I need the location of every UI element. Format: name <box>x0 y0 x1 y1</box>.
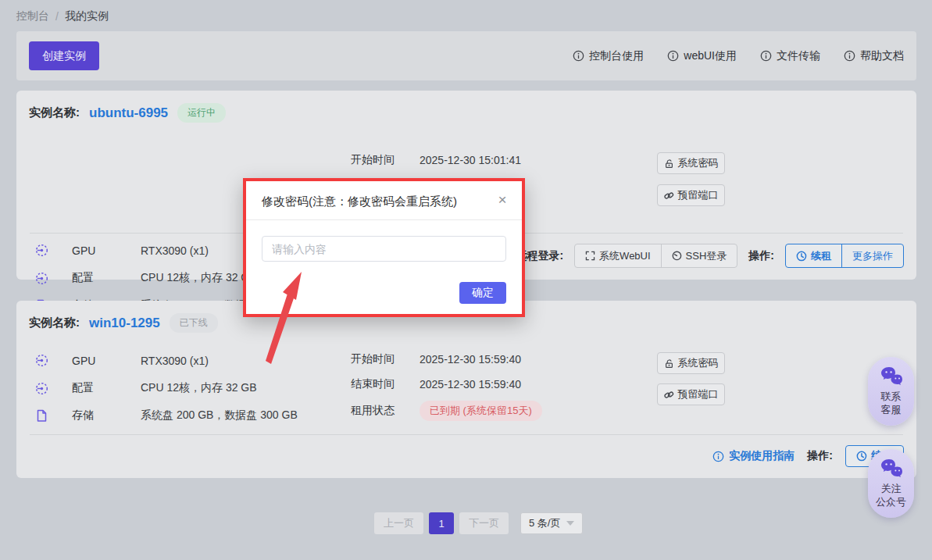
next-page-button[interactable]: 下一页 <box>459 512 509 534</box>
instance-name-label: 实例名称: <box>29 316 80 330</box>
create-instance-button[interactable]: 创建实例 <box>29 41 99 70</box>
info-icon <box>667 50 679 62</box>
pagination: 上一页 1 下一页 5 条/页 <box>374 512 583 534</box>
help-links: 控制台使用 webUI使用 文件传输 帮助文档 <box>573 31 904 80</box>
widget-label: 联系 客服 <box>881 390 902 416</box>
page-size-select[interactable]: 5 条/页 <box>520 512 583 534</box>
storage-icon <box>35 409 48 423</box>
time-value: 2025-12-30 15:59:40 <box>420 353 521 366</box>
follow-account-widget[interactable]: 关注 公众号 <box>868 449 914 518</box>
system-webui-button[interactable]: 系统WebUI <box>575 244 661 267</box>
toolbar: 创建实例 控制台使用 webUI使用 文件传输 帮助文档 <box>16 31 916 80</box>
system-password-button[interactable]: 系统密码 <box>657 152 725 174</box>
instance-header: 实例名称: win10-1295 已下线 <box>29 313 218 333</box>
spec-value: RTX3090 (x1) <box>141 355 209 367</box>
close-icon[interactable]: × <box>495 193 509 207</box>
side-button-label: 预留端口 <box>678 387 719 401</box>
breadcrumb-console[interactable]: 控制台 <box>16 9 49 23</box>
reserved-port-button[interactable]: 预留端口 <box>657 383 725 405</box>
time-row-start: 开始时间 2025-12-30 15:01:41 <box>351 153 521 167</box>
segment-label: 系统WebUI <box>599 249 651 263</box>
lock-icon <box>664 159 674 169</box>
widget-label: 关注 公众号 <box>876 482 906 508</box>
clock-icon <box>856 451 867 462</box>
time-row-start: 开始时间 2025-12-30 15:59:40 <box>351 352 521 366</box>
wechat-icon <box>880 458 903 479</box>
ssh-login-button[interactable]: SSH登录 <box>661 244 737 267</box>
page-number-1[interactable]: 1 <box>429 512 454 534</box>
gpu-icon <box>35 244 48 257</box>
password-input[interactable] <box>262 236 506 262</box>
prev-page-button[interactable]: 上一页 <box>374 512 423 534</box>
spec-row-config: 配置 CPU 12核，内存 32 GB <box>35 381 257 395</box>
help-link-file-transfer[interactable]: 文件传输 <box>760 49 820 63</box>
reserved-port-button[interactable]: 预留端口 <box>657 184 725 206</box>
spec-value: CPU 12核，内存 32 GB <box>141 271 257 285</box>
time-row-end: 结束时间 2025-12-30 15:59:40 <box>351 377 521 391</box>
spec-label: 配置 <box>72 381 141 395</box>
spec-row-config: 配置 CPU 12核，内存 32 GB <box>35 271 257 285</box>
spec-value: 系统盘 200 GB，数据盘 300 GB <box>141 408 298 423</box>
page-size-value: 5 条/页 <box>529 516 560 530</box>
help-link-label: 文件传输 <box>777 49 820 63</box>
instance-name-link[interactable]: win10-1295 <box>89 316 160 331</box>
info-icon <box>573 50 584 62</box>
spec-value: CPU 12核，内存 32 GB <box>141 381 257 395</box>
guide-label: 实例使用指南 <box>729 449 795 463</box>
help-link-console[interactable]: 控制台使用 <box>573 49 644 63</box>
time-label: 结束时间 <box>351 377 420 391</box>
gauge-icon <box>672 251 682 261</box>
instance-guide-link[interactable]: 实例使用指南 <box>712 449 795 463</box>
renew-button[interactable]: 续租 <box>786 244 841 267</box>
spec-row-gpu: GPU RTX3090 (x1) <box>35 244 209 257</box>
time-row-status: 租用状态 已到期 (系统保留15天) <box>351 401 542 421</box>
breadcrumb-current: 我的实例 <box>65 9 109 23</box>
time-value: 2025-12-30 15:59:40 <box>420 378 521 391</box>
system-password-button[interactable]: 系统密码 <box>657 352 725 374</box>
breadcrumb: 控制台 / 我的实例 <box>16 9 109 23</box>
contact-support-widget[interactable]: 联系 客服 <box>868 357 914 426</box>
spec-label: GPU <box>72 355 141 367</box>
lock-icon <box>664 358 674 369</box>
confirm-button[interactable]: 确定 <box>459 282 506 304</box>
spec-label: GPU <box>72 244 141 257</box>
segment-label: 更多操作 <box>852 249 893 263</box>
chevron-down-icon <box>566 521 574 526</box>
instance-name-link[interactable]: ubuntu-6995 <box>89 105 168 121</box>
spec-value: RTX3090 (x1) <box>141 244 209 257</box>
spec-row-storage: 存储 系统盘 200 GB，数据盘 300 GB <box>35 408 298 423</box>
help-link-docs[interactable]: 帮助文档 <box>844 49 904 63</box>
time-label: 开始时间 <box>351 352 420 366</box>
instance-header: 实例名称: ubuntu-6995 运行中 <box>29 103 226 123</box>
expand-icon <box>585 251 595 261</box>
change-password-modal: 修改密码(注意：修改密码会重启系统) × 确定 <box>243 178 525 317</box>
spec-label: 存储 <box>72 408 141 423</box>
config-icon <box>35 382 48 395</box>
config-icon <box>35 272 48 285</box>
help-link-label: webUI使用 <box>684 49 737 63</box>
segment-label: SSH登录 <box>686 249 727 263</box>
status-badge: 已下线 <box>170 313 218 333</box>
more-actions-button[interactable]: 更多操作 <box>841 244 903 267</box>
action-group: 续租 更多操作 <box>785 244 904 268</box>
time-label: 租用状态 <box>351 404 420 418</box>
help-link-webui[interactable]: webUI使用 <box>667 49 737 63</box>
time-value: 2025-12-30 15:01:41 <box>420 154 521 166</box>
divider <box>246 219 522 220</box>
spec-label: 配置 <box>72 271 141 285</box>
wechat-icon <box>880 366 903 387</box>
instance-card-win10: 实例名称: win10-1295 已下线 GPU RTX3090 (x1) 配置… <box>16 301 916 478</box>
gpu-icon <box>35 354 48 367</box>
modal-title: 修改密码(注意：修改密码会重启系统) <box>262 194 457 209</box>
link-icon <box>664 390 674 400</box>
side-button-label: 系统密码 <box>678 156 719 170</box>
link-icon <box>664 191 674 201</box>
info-icon <box>760 50 772 62</box>
action-label: 操作: <box>748 249 774 263</box>
card-footer: 远程登录: 系统WebUI SSH登录 操作: 续租 更多操作 <box>516 244 904 268</box>
clock-icon <box>796 251 807 262</box>
side-button-label: 预留端口 <box>678 188 719 202</box>
remote-login-group: 系统WebUI SSH登录 <box>574 244 737 268</box>
expired-badge: 已到期 (系统保留15天) <box>420 401 542 421</box>
help-link-label: 帮助文档 <box>860 49 904 63</box>
